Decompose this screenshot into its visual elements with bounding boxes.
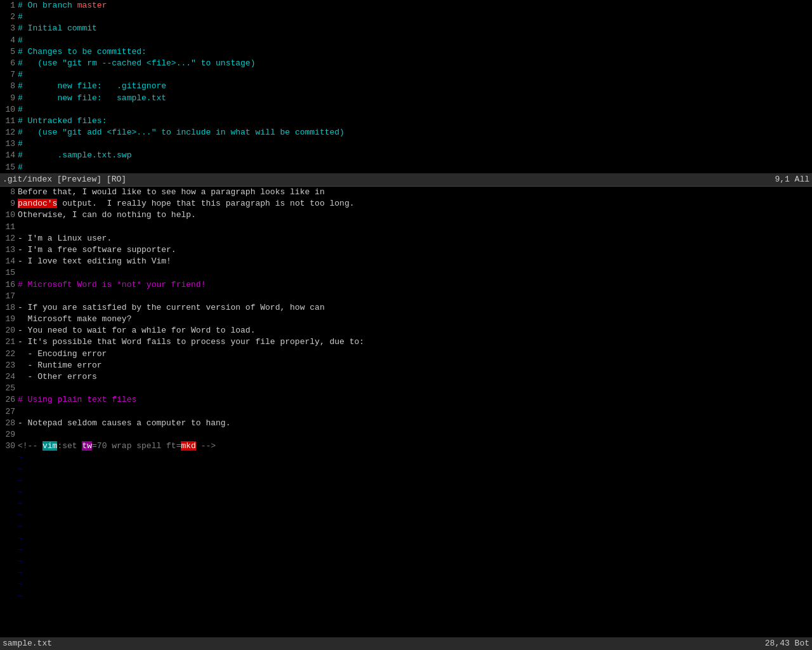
line-number: 11 (0, 222, 18, 233)
line: 23 - Runtime error (0, 360, 812, 371)
line: 29 (0, 429, 812, 441)
line-content: Microsoft make money? (18, 314, 131, 325)
line-number: 19 (0, 314, 18, 325)
line: 16# Microsoft Word is *not* your friend! (0, 279, 812, 291)
line-content: # new file: sample.txt (18, 93, 166, 104)
line-content: - It's possible that Word fails to proce… (18, 336, 364, 348)
tilde-line: ~ (0, 498, 812, 510)
line-content: # On branch master (18, 0, 107, 11)
line-content: # Untracked files: (18, 116, 107, 127)
line-number: 17 (0, 291, 18, 302)
line-content: # Changes to be committed: (18, 46, 147, 58)
tilde-line: ~ (0, 556, 812, 567)
line: 8Before that, I would like to see how a … (0, 187, 812, 198)
line: 14# .sample.txt.swp (0, 150, 812, 161)
status-bar-top: .git/index [Preview] [RO] 9,1 All (0, 173, 812, 187)
tilde-line: ~ (0, 510, 812, 521)
line-number: 1 (0, 0, 18, 11)
line: 11# Untracked files: (0, 116, 812, 127)
bottom-lines: 8Before that, I would like to see how a … (0, 187, 812, 452)
line-content: - Other errors (18, 371, 97, 383)
bottom-status-bar: sample.txt 28,43 Bot (0, 637, 812, 650)
line-number: 13 (0, 138, 18, 150)
line-content: - If you are satisfied by the current ve… (18, 302, 325, 314)
line: 24 - Other errors (0, 371, 812, 383)
top-status-left: .git/index [Preview] [RO] (3, 174, 126, 185)
line: 15# (0, 162, 812, 173)
top-pane: 1# On branch master2#3# Initial commit4#… (0, 0, 812, 187)
tilde-line: ~ (0, 475, 812, 487)
line: 7# (0, 69, 812, 81)
line-content: Otherwise, I can do nothing to help. (18, 209, 196, 221)
line: 6# (use "git rm --cached <file>..." to u… (0, 58, 812, 69)
line-number: 8 (0, 81, 18, 92)
line-content: Before that, I would like to see how a p… (18, 187, 325, 198)
line-number: 24 (0, 371, 18, 383)
line-number: 14 (0, 256, 18, 267)
line-number: 16 (0, 279, 18, 291)
line: 22 - Encoding error (0, 348, 812, 360)
line-number: 4 (0, 35, 18, 46)
line-content: # Initial commit (18, 23, 97, 34)
line-number: 14 (0, 150, 18, 161)
line-content: # new file: .gitignore (18, 81, 166, 92)
line-number: 28 (0, 418, 18, 429)
line-number: 9 (0, 93, 18, 104)
line: 10Otherwise, I can do nothing to help. (0, 209, 812, 221)
line: 30<!-- vim:set tw=70 wrap spell ft=mkd -… (0, 441, 812, 452)
line: 9# new file: sample.txt (0, 93, 812, 104)
line-number: 11 (0, 116, 18, 127)
line-number: 10 (0, 104, 18, 116)
line-number: 15 (0, 162, 18, 173)
line-content: - Notepad seldom causes a computer to ha… (18, 418, 230, 429)
line-content: # (18, 11, 23, 23)
line-content: - Encoding error (18, 348, 107, 360)
line: 3# Initial commit (0, 23, 812, 34)
line-content: # (18, 69, 23, 81)
line-number: 10 (0, 209, 18, 221)
line: 19 Microsoft make money? (0, 314, 812, 325)
tilde-line: ~ (0, 579, 812, 590)
line-number: 12 (0, 127, 18, 138)
line: 15 (0, 267, 812, 279)
line: 11 (0, 222, 812, 233)
line-number: 3 (0, 23, 18, 34)
line-content: # (use "git add <file>..." to include in… (18, 127, 344, 138)
line: 13# (0, 138, 812, 150)
line-number: 13 (0, 244, 18, 256)
line-content: - I'm a free software supporter. (18, 244, 176, 256)
line: 2# (0, 11, 812, 23)
top-lines: 1# On branch master2#3# Initial commit4#… (0, 0, 812, 173)
top-status-right: 9,1 All (775, 174, 809, 185)
line-content: # (18, 138, 23, 150)
line: 21- It's possible that Word fails to pro… (0, 336, 812, 348)
bottom-pane: 8Before that, I would like to see how a … (0, 187, 812, 637)
tilde-line: ~ (0, 487, 812, 498)
line-number: 30 (0, 441, 18, 452)
line-number: 8 (0, 187, 18, 198)
tilde-line: ~ (0, 521, 812, 533)
tilde-lines: ~~~~~~~~~~~~~ (0, 452, 812, 602)
line-number: 20 (0, 325, 18, 336)
tilde-line: ~ (0, 545, 812, 556)
line: 8# new file: .gitignore (0, 81, 812, 92)
bottom-status-right: 28,43 Bot (765, 638, 809, 649)
line: 26# Using plain text files (0, 394, 812, 406)
line-content: - I'm a Linux user. (18, 233, 112, 244)
tilde-line: ~ (0, 533, 812, 545)
line-content: - Runtime error (18, 360, 102, 371)
line-content: <!-- vim:set tw=70 wrap spell ft=mkd --> (18, 441, 216, 452)
line: 1# On branch master (0, 0, 812, 11)
line-number: 21 (0, 336, 18, 348)
tilde-line: ~ (0, 591, 812, 602)
line: 9pandoc's output. I really hope that thi… (0, 198, 812, 209)
line-content: # Using plain text files (18, 394, 136, 406)
vim-editor: 1# On branch master2#3# Initial commit4#… (0, 0, 812, 650)
line: 18- If you are satisfied by the current … (0, 302, 812, 314)
line-number: 2 (0, 11, 18, 23)
line-content: # (use "git rm --cached <file>..." to un… (18, 58, 255, 69)
line-content: # Microsoft Word is *not* your friend! (18, 279, 206, 291)
line: 14- I love text editing with Vim! (0, 256, 812, 267)
tilde-line: ~ (0, 464, 812, 475)
line-content: # (18, 104, 23, 116)
